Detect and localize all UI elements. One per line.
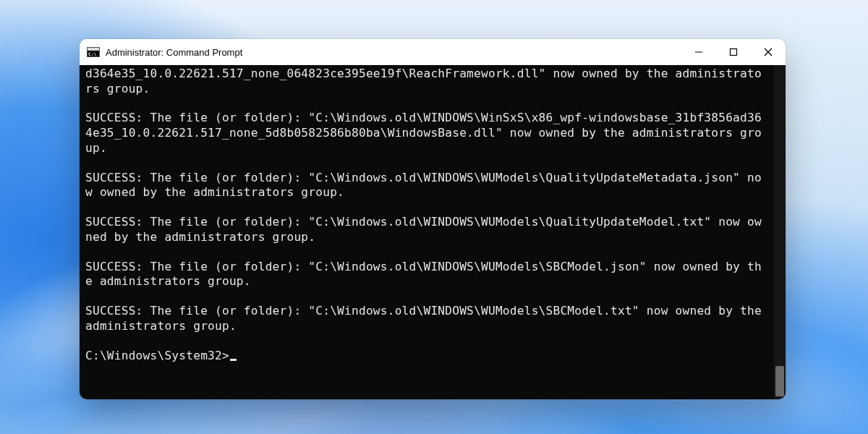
window-title: Administrator: Command Prompt — [106, 47, 242, 58]
blank-line — [85, 200, 768, 215]
blank-line — [85, 245, 768, 260]
blank-line — [85, 289, 768, 304]
titlebar[interactable]: C:\ Administrator: Command Prompt — [80, 39, 786, 65]
caption-buttons — [681, 39, 786, 65]
prompt-text: C:\Windows\System32> — [85, 349, 229, 362]
cursor — [230, 359, 237, 361]
terminal-area: d364e35_10.0.22621.517_none_064823ce395e… — [80, 65, 786, 399]
blank-line — [85, 96, 768, 111]
terminal-line: SUCCESS: The file (or folder): "C:\Windo… — [85, 304, 768, 333]
minimize-button[interactable] — [681, 39, 716, 65]
scrollbar-thumb[interactable] — [775, 366, 784, 396]
close-button[interactable] — [751, 39, 786, 65]
terminal-line: SUCCESS: The file (or folder): "C:\Windo… — [85, 171, 768, 200]
terminal-output[interactable]: d364e35_10.0.22621.517_none_064823ce395e… — [80, 65, 774, 399]
prompt-line[interactable]: C:\Windows\System32> — [85, 349, 768, 364]
close-icon — [764, 48, 773, 56]
maximize-button[interactable] — [716, 39, 751, 65]
maximize-icon — [729, 48, 738, 56]
terminal-line: SUCCESS: The file (or folder): "C:\Windo… — [85, 260, 768, 289]
minimize-icon — [694, 48, 703, 56]
svg-rect-1 — [731, 49, 737, 56]
scrollbar[interactable] — [774, 65, 786, 399]
blank-line — [85, 334, 768, 349]
command-prompt-window: C:\ Administrator: Command Prompt d364e3… — [80, 39, 786, 399]
terminal-line: SUCCESS: The file (or folder): "C:\Windo… — [85, 111, 768, 156]
terminal-line: d364e35_10.0.22621.517_none_064823ce395e… — [85, 67, 768, 96]
blank-line — [85, 156, 768, 171]
cmd-icon: C:\ — [87, 47, 100, 57]
terminal-line: SUCCESS: The file (or folder): "C:\Windo… — [85, 215, 768, 244]
